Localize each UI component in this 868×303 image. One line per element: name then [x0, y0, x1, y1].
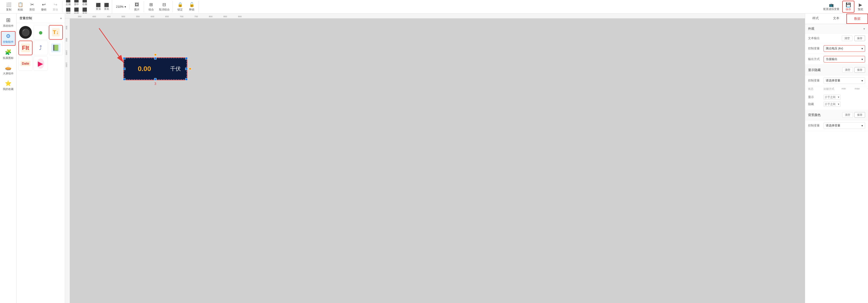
align-left-button[interactable]: ⬛ 左侧	[64, 0, 72, 6]
sidebar-item-bigscreen[interactable]: 🥧 大屏组件	[1, 63, 16, 77]
align-center-h-button[interactable]: ⬛ 居中	[72, 0, 80, 6]
zoom-group: 210% ▾	[113, 4, 130, 9]
comp-item-7[interactable]: Date	[19, 56, 33, 71]
text-output-save-button[interactable]: 保存	[855, 35, 865, 41]
component-panel: 变量控制 ▾ ⚫ ● T↓ FIt ⤴ 📗	[17, 13, 65, 303]
right-tabs: 样式 文本 数据	[805, 13, 868, 24]
align-left-icon: ⬛	[66, 0, 71, 3]
widget-container[interactable]: 0.00 千伏 3	[123, 57, 187, 80]
bg-color-control-variable-row: 控制变量 请选择变量 ▾	[805, 120, 868, 131]
comp-item-8[interactable]: ▶	[33, 56, 48, 71]
place-bottom-icon: ⬛	[104, 3, 109, 7]
canvas-area[interactable]: 350 400 450 500 550 600 650 700 750 800 …	[65, 13, 805, 303]
show-compare-dropdown-icon: ▾	[838, 95, 839, 99]
panel-title: 变量控制	[20, 16, 32, 21]
svg-line-1	[99, 28, 123, 62]
component-grid: ⚫ ● T↓ FIt ⤴ 📗 Date ▶	[17, 23, 65, 73]
place-bottom-button[interactable]: ⬛ 置底	[103, 2, 111, 11]
tab-data[interactable]: 数据	[846, 13, 868, 24]
save-icon: 💾	[846, 2, 851, 7]
undo-button[interactable]: ↩ 撤销	[38, 1, 49, 12]
show-hide-variable-dropdown-icon: ▾	[862, 79, 863, 82]
show-hide-save-button[interactable]: 保存	[855, 67, 865, 73]
lock-button[interactable]: 🔒 锁定	[175, 1, 185, 12]
place-top-button[interactable]: ⬛ 置顶	[94, 2, 102, 11]
show-hide-column-headers: 状态 比较方式 min max 设值	[805, 86, 868, 92]
save-button[interactable]: 💾 保存	[842, 1, 855, 12]
align-buttons: ⬛ 左侧 ⬛ 居中 ⬛ 右侧 ⬛ 顶部 ⬛ 中部 ⬛ 底部	[64, 0, 93, 16]
canvas-content[interactable]: 0.00 千伏 3	[70, 19, 805, 303]
main-layout: ⊞ 系统组件 ⚙ 控制组件 🧩 拓展图标 🥧 大屏组件 ⭐ 我的收藏 变量控制 …	[0, 13, 868, 303]
widget-unit: 千伏	[164, 65, 186, 73]
extend-icon: 🧩	[5, 49, 11, 55]
hide-compare-select[interactable]: 介于之间 ▾	[824, 102, 841, 107]
sidebar-item-favorites[interactable]: ⭐ 我的收藏	[1, 79, 16, 92]
align-right-button[interactable]: ⬛ 右侧	[81, 0, 89, 6]
show-hide-control-variable-row: 控制变量 请选择变量 ▾	[805, 75, 868, 86]
control-variable-dropdown-icon: ▾	[862, 47, 863, 50]
control-variable-select[interactable]: 测点电压 (kv) ▾	[824, 45, 865, 52]
group-button[interactable]: ⊞ 组合	[146, 1, 157, 12]
section-appearance: 外观 ▾	[805, 24, 868, 33]
comp-item-5[interactable]: ⤴	[33, 40, 48, 55]
unlock-icon: 🔓	[189, 2, 194, 7]
align-top-icon: ⬛	[66, 7, 71, 12]
right-panel: 样式 文本 数据 外观 ▾ 文本输出 清空 保存	[805, 13, 868, 303]
configure-icon: 📺	[829, 3, 834, 7]
copy-button[interactable]: ⬜ 复制	[3, 1, 14, 12]
image-button[interactable]: 🖼 图片	[131, 1, 142, 12]
ruler-horizontal: 350 400 450 500 550 600 650 700 750 800 …	[65, 13, 805, 19]
comp-item-2[interactable]: ●	[33, 25, 48, 39]
comp-item-1[interactable]: ⚫	[19, 26, 32, 39]
sidebar-item-extend[interactable]: 🧩 拓展图标	[1, 48, 16, 61]
appearance-collapse-icon[interactable]: ▾	[863, 27, 865, 31]
bg-color-save-button[interactable]: 保存	[855, 112, 865, 118]
redo-icon: ↪	[54, 2, 57, 7]
tab-style[interactable]: 样式	[805, 13, 826, 24]
comp-item-4[interactable]: FIt	[19, 40, 33, 55]
sidebar-item-system[interactable]: ⊞ 系统组件	[1, 16, 16, 29]
zoom-dropdown-icon: ▾	[125, 5, 126, 8]
show-hide-clear-button[interactable]: 清空	[842, 67, 853, 73]
bigscreen-icon: 🥧	[5, 65, 11, 71]
unlock-button[interactable]: 🔓 释锁	[186, 1, 197, 12]
handle-bottom-right[interactable]	[185, 78, 188, 81]
configure-button[interactable]: 📺 配置虚拟变量	[821, 2, 842, 12]
show-state-label: 显示	[808, 95, 823, 99]
handle-bottom-center[interactable]	[154, 78, 157, 81]
panel-collapse-icon[interactable]: ▾	[60, 17, 62, 20]
preview-button[interactable]: ▶ 预览	[855, 1, 866, 12]
preview-icon: ▶	[859, 2, 862, 7]
text-output-clear-button[interactable]: 清空	[842, 35, 852, 41]
handle-bottom-left[interactable]	[123, 78, 125, 81]
control-variable-row: 控制变量 测点电压 (kv) ▾	[805, 43, 868, 54]
handle-rotate[interactable]	[154, 54, 157, 56]
show-hide-variable-select[interactable]: 请选择变量 ▾	[824, 77, 865, 84]
comp-item-6[interactable]: 📗	[49, 40, 63, 55]
handle-anchor[interactable]	[189, 67, 191, 70]
zoom-control[interactable]: 210% ▾	[114, 4, 128, 9]
group-icon: ⊞	[149, 2, 153, 7]
align-bottom-icon: ⬛	[82, 7, 87, 12]
bg-color-clear-button[interactable]: 清空	[842, 112, 853, 118]
redo-button[interactable]: ↪ 重做	[50, 1, 61, 12]
lock-icon: 🔒	[178, 2, 183, 7]
ruler-vertical: 900 950 1000 1050	[65, 19, 70, 303]
bg-color-variable-select[interactable]: 请选择变量 ▾	[824, 122, 865, 129]
handle-middle-right[interactable]	[185, 67, 188, 70]
section-background-color: 背景颜色 清空 保存	[805, 110, 868, 120]
handle-top-right[interactable]	[185, 57, 188, 60]
handle-middle-left[interactable]	[123, 67, 125, 70]
handle-top-center[interactable]	[154, 57, 157, 60]
cut-button[interactable]: ✂ 剪切	[27, 1, 37, 12]
paste-button[interactable]: 📋 粘贴	[15, 1, 26, 12]
cut-icon: ✂	[30, 2, 34, 7]
handle-top-left[interactable]	[123, 57, 125, 60]
sidebar-item-control[interactable]: ⚙ 控制组件	[1, 31, 16, 46]
tab-text[interactable]: 文本	[826, 13, 846, 24]
show-compare-select[interactable]: 介于之间 ▾	[824, 94, 841, 100]
output-method-label: 输出方式	[808, 57, 822, 61]
ungroup-button[interactable]: ⊟ 取消组合	[158, 1, 171, 12]
comp-item-3[interactable]: T↓	[49, 25, 63, 39]
output-method-select[interactable]: 当值输出 ▾	[824, 56, 865, 62]
